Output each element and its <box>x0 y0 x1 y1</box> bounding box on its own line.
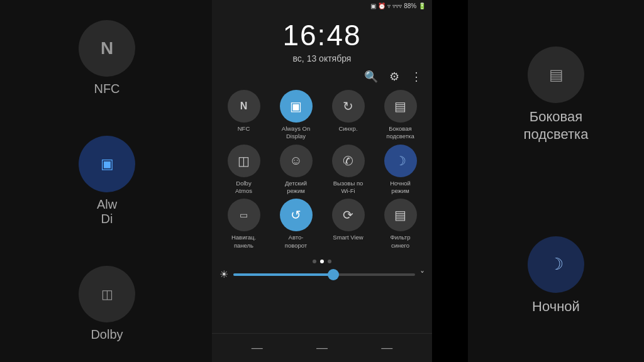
bg-sidebar-circle: ▤ <box>528 47 584 103</box>
clock-date: вс, 13 октября <box>293 53 352 63</box>
bg-nfc-block: N NFC <box>79 20 135 96</box>
qs-smartview: ⟳ Smart View <box>324 199 372 250</box>
dot-1 <box>313 260 316 263</box>
clock-time: 16:48 <box>282 18 361 52</box>
qs-aod-button[interactable]: ▣ <box>280 90 313 123</box>
bg-aod-icon: ▣ <box>101 156 114 172</box>
qs-dolby-button[interactable]: ◫ <box>228 145 260 177</box>
qs-bluefilter-button[interactable]: ▤ <box>384 199 417 231</box>
qs-smartview-button[interactable]: ⟳ <box>332 199 365 231</box>
bluefilter-icon: ▤ <box>394 207 406 222</box>
action-row: 🔍 ⚙ ⋮ <box>212 69 432 85</box>
brightness-row: ☀ ˅ <box>212 266 432 283</box>
qs-aod: ▣ Always OnDisplay <box>272 90 320 141</box>
status-alarm: ⏰ <box>378 3 386 9</box>
clock-area: 16:48 вс, 13 октября <box>212 12 432 69</box>
qs-sidebar-label: Боковаяподсветка <box>386 125 414 141</box>
status-icons: ▣ <box>370 3 376 9</box>
qs-autorotate-button[interactable]: ↺ <box>280 199 313 231</box>
qs-sidebar-button[interactable]: ▤ <box>384 90 417 123</box>
search-icon[interactable]: 🔍 <box>364 70 378 84</box>
recent-button[interactable]: — <box>371 339 402 357</box>
phone-screen: ▣ ⏰ ▿ ▿▿▿ 88% 🔋 16:48 вс, 13 октября 🔍 ⚙… <box>212 0 432 362</box>
qs-nfc: N NFC <box>219 90 268 141</box>
brightness-fill <box>233 273 333 276</box>
qs-wificalls-label: Вызовы поWi-Fi <box>333 180 364 195</box>
qs-smartview-label: Smart View <box>333 234 363 241</box>
nav-icon: ▭ <box>240 210 248 220</box>
qs-night-button[interactable]: ☽ <box>384 145 417 177</box>
wificalls-icon: ✆ <box>343 153 353 168</box>
bg-aod-circle: ▣ <box>79 136 135 192</box>
quick-settings-grid: N NFC ▣ Always OnDisplay ↻ Синхр. ▤ Боко… <box>212 85 432 255</box>
bg-sidebar-label: Боковая подсветка <box>524 108 589 144</box>
qs-aod-label: Always OnDisplay <box>282 125 310 141</box>
qs-bluefilter-label: Фильтрсинего <box>391 234 411 250</box>
bg-dolby-label: Dolby <box>91 327 123 342</box>
bg-night-icon: ☽ <box>549 255 564 274</box>
bg-nfc-icon: N <box>101 38 113 58</box>
aod-icon: ▣ <box>290 99 302 114</box>
bg-aod-label: Alw Di <box>97 197 117 226</box>
brightness-low-icon: ☀ <box>219 268 228 280</box>
qs-sync-label: Синхр. <box>338 125 357 133</box>
sidebar-icon: ▤ <box>394 99 406 114</box>
bg-night-label: Ночной <box>532 298 580 316</box>
qs-night-label: Ночнойрежим <box>390 180 411 195</box>
smartview-icon: ⟳ <box>343 207 353 222</box>
qs-autorotate-label: Авто-поворот <box>285 234 307 250</box>
more-icon[interactable]: ⋮ <box>411 70 422 84</box>
qs-nav: ▭ Навигац.панель <box>219 199 268 250</box>
sync-icon: ↻ <box>343 99 353 114</box>
kids-icon: ☺ <box>289 153 302 168</box>
brightness-track[interactable] <box>233 273 415 276</box>
qs-dolby: ◫ DolbyAtmos <box>219 145 268 195</box>
bg-nfc-label: NFC <box>94 82 119 96</box>
page-dots <box>212 255 432 266</box>
bottom-nav-bar: — — — <box>212 333 432 362</box>
settings-icon[interactable]: ⚙ <box>389 70 399 84</box>
bg-sidebar-icon: ▤ <box>549 66 564 84</box>
background-right: ▤ Боковая подсветка ☽ Ночной <box>468 0 644 362</box>
bg-dolby-icon: ◫ <box>101 287 113 302</box>
qs-autorotate: ↺ Авто-поворот <box>272 199 320 250</box>
dot-2 <box>320 260 324 263</box>
status-bar: ▣ ⏰ ▿ ▿▿▿ 88% 🔋 <box>212 0 432 12</box>
qs-nav-button[interactable]: ▭ <box>228 199 260 231</box>
brightness-thumb[interactable] <box>328 269 339 280</box>
qs-kids-label: Детскийрежим <box>285 180 307 195</box>
nfc-icon: N <box>240 101 248 112</box>
bg-sidebar-block: ▤ Боковая подсветка <box>524 47 589 144</box>
qs-nav-label: Навигац.панель <box>231 234 256 250</box>
back-button[interactable]: — <box>242 339 273 357</box>
status-wifi: ▿ <box>387 3 391 9</box>
dot-3 <box>328 260 331 263</box>
qs-kids: ☺ Детскийрежим <box>272 145 320 195</box>
background-left: N NFC ▣ Alw Di ◫ Dolby <box>0 0 214 362</box>
qs-sidebar: ▤ Боковаяподсветка <box>376 90 425 141</box>
bg-night-block: ☽ Ночной <box>528 236 584 316</box>
home-button[interactable]: — <box>306 339 338 357</box>
qs-nfc-label: NFC <box>238 125 250 133</box>
bg-dolby-block: ◫ Dolby <box>79 266 135 342</box>
qs-nfc-button[interactable]: N <box>228 90 260 123</box>
autorotate-icon: ↺ <box>291 207 301 222</box>
qs-sync: ↻ Синхр. <box>324 90 372 141</box>
qs-night: ☽ Ночнойрежим <box>376 145 425 195</box>
qs-kids-button[interactable]: ☺ <box>280 145 313 177</box>
bg-dolby-circle: ◫ <box>79 266 135 322</box>
brightness-expand-icon[interactable]: ˅ <box>420 270 425 280</box>
bg-night-circle: ☽ <box>528 236 584 293</box>
status-battery: 88% 🔋 <box>404 3 426 9</box>
qs-sync-button[interactable]: ↻ <box>332 90 365 123</box>
dolby-icon: ◫ <box>238 153 250 168</box>
qs-wificalls-button[interactable]: ✆ <box>332 145 365 177</box>
bg-aod-block: ▣ Alw Di <box>79 136 135 226</box>
qs-wificalls: ✆ Вызовы поWi-Fi <box>324 145 372 195</box>
qs-bluefilter: ▤ Фильтрсинего <box>376 199 425 250</box>
bg-nfc-circle: N <box>79 20 135 77</box>
qs-dolby-label: DolbyAtmos <box>235 180 252 195</box>
night-icon: ☽ <box>395 153 406 168</box>
status-signal: ▿▿▿ <box>392 3 402 9</box>
